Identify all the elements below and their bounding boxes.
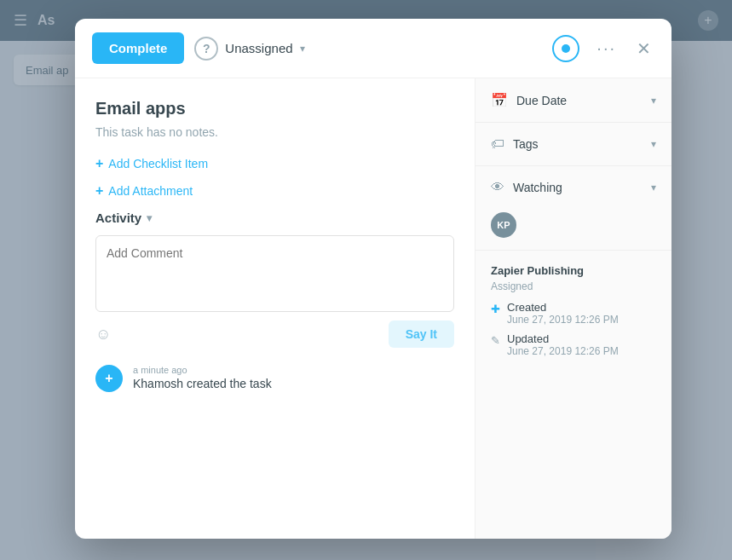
watching-content: KP (476, 209, 671, 250)
created-time: June 27, 2019 12:26 PM (507, 314, 619, 326)
due-date-section: 📅 Due Date ▾ (476, 78, 671, 123)
activity-text: Khamosh created the task (133, 377, 272, 390)
activity-header[interactable]: Activity ▾ (95, 211, 454, 225)
emoji-button[interactable]: ☺ (95, 326, 111, 344)
assigned-section: Zapier Publishing Assigned ✚ Created Jun… (476, 251, 671, 378)
created-info: Created June 27, 2019 12:26 PM (507, 301, 619, 326)
activity-chevron-icon: ▾ (147, 212, 152, 224)
tags-left: 🏷 Tags (491, 136, 539, 152)
task-title: Email apps (95, 99, 454, 118)
updated-icon: ✎ (491, 334, 500, 347)
calendar-icon: 📅 (491, 92, 508, 108)
created-event: ✚ Created June 27, 2019 12:26 PM (491, 301, 656, 326)
activity-time: a minute ago (133, 365, 272, 375)
right-panel: 📅 Due Date ▾ 🏷 Tags ▾ (476, 78, 671, 539)
watching-label: Watching (513, 181, 562, 194)
modal-overlay: Complete ? Unassigned ▾ ··· ✕ Email apps… (0, 0, 732, 560)
activity-label: Activity (95, 211, 141, 225)
updated-label: Updated (507, 332, 619, 345)
modal-header: Complete ? Unassigned ▾ ··· ✕ (75, 19, 671, 78)
activity-item: + a minute ago Khamosh created the task (95, 365, 454, 392)
updated-info: Updated June 27, 2019 12:26 PM (507, 332, 619, 357)
assignee-label: Unassigned (225, 41, 292, 55)
tags-section: 🏷 Tags ▾ (476, 123, 671, 166)
say-it-button[interactable]: Say It (389, 320, 454, 348)
add-attachment-label: Add Attachment (108, 184, 193, 198)
activity-user-avatar: + (95, 365, 123, 392)
assignee-selector[interactable]: ? Unassigned ▾ (194, 37, 304, 61)
created-label: Created (507, 301, 619, 314)
more-options-button[interactable]: ··· (590, 35, 623, 61)
assignee-chevron-icon: ▾ (300, 43, 305, 55)
assigned-title: Zapier Publishing (491, 264, 656, 277)
modal-body: Email apps This task has no notes. + Add… (75, 78, 671, 539)
watcher-avatar: KP (491, 212, 516, 238)
watching-header[interactable]: 👁 Watching ▾ (476, 166, 671, 209)
created-icon: ✚ (491, 303, 500, 315)
watching-chevron-icon: ▾ (651, 182, 656, 193)
watching-icon: 👁 (491, 180, 504, 195)
add-attachment-button[interactable]: + Add Attachment (95, 183, 454, 199)
due-date-chevron-icon: ▾ (651, 95, 656, 107)
watching-section: 👁 Watching ▾ KP (476, 166, 671, 251)
task-modal: Complete ? Unassigned ▾ ··· ✕ Email apps… (75, 19, 671, 539)
watch-active-indicator (562, 44, 570, 53)
updated-time: June 27, 2019 12:26 PM (507, 345, 619, 357)
comment-input[interactable] (95, 235, 454, 312)
add-checklist-plus-icon: + (95, 156, 103, 171)
left-panel: Email apps This task has no notes. + Add… (75, 78, 476, 539)
activity-content: a minute ago Khamosh created the task (133, 365, 272, 390)
add-attachment-plus-icon: + (95, 183, 103, 199)
tag-icon: 🏷 (491, 136, 504, 152)
tags-label: Tags (513, 137, 539, 151)
add-checklist-button[interactable]: + Add Checklist Item (95, 156, 454, 171)
complete-button[interactable]: Complete (92, 32, 184, 64)
close-button[interactable]: ✕ (633, 35, 654, 62)
assigned-sub: Assigned (491, 280, 656, 292)
due-date-left: 📅 Due Date (491, 92, 567, 108)
assignee-icon: ? (194, 37, 218, 61)
due-date-header[interactable]: 📅 Due Date ▾ (476, 78, 671, 122)
watcher-initials: KP (497, 220, 510, 230)
tags-chevron-icon: ▾ (651, 138, 656, 150)
comment-actions: ☺ Say It (95, 320, 454, 348)
activity-avatar-plus: + (105, 371, 112, 386)
due-date-label: Due Date (516, 94, 567, 107)
watch-button[interactable] (552, 35, 579, 62)
task-notes: This task has no notes. (95, 125, 454, 139)
watching-left: 👁 Watching (491, 180, 562, 195)
updated-event: ✎ Updated June 27, 2019 12:26 PM (491, 332, 656, 357)
add-checklist-label: Add Checklist Item (108, 157, 208, 170)
tags-header[interactable]: 🏷 Tags ▾ (476, 123, 671, 165)
